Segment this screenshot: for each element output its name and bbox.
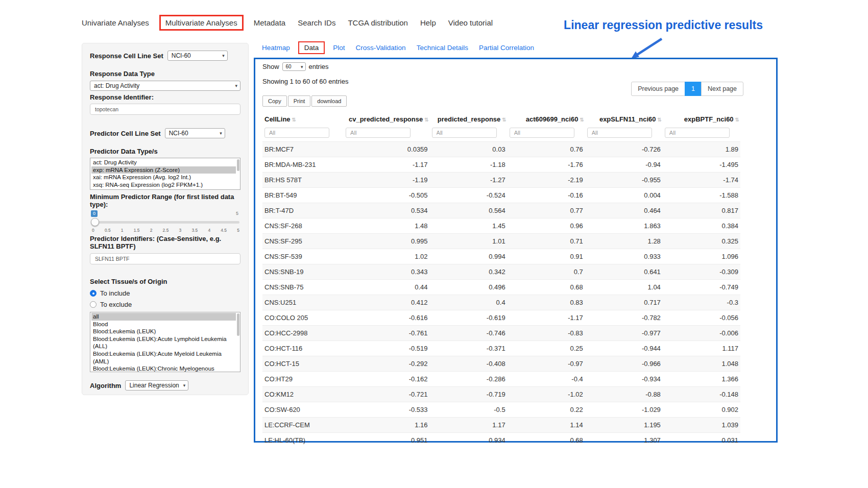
- nav-item-help[interactable]: Help: [420, 18, 436, 27]
- slider-tick-label: 0: [92, 228, 94, 233]
- table-body: BR:MCF70.03590.030.76-0.7261.89BR:MDA-MB…: [262, 142, 740, 448]
- column-header-cellline[interactable]: CellLine⇅: [262, 111, 344, 127]
- cell-value: 0.817: [663, 203, 740, 218]
- cell-value: 1.45: [430, 218, 508, 234]
- filter-input-cellline[interactable]: [264, 128, 329, 138]
- print-button[interactable]: Print: [288, 95, 311, 107]
- top-nav: Univariate AnalysesMultivariate Analyses…: [82, 18, 493, 27]
- column-header-predicted-response[interactable]: predicted_response⇅: [430, 111, 508, 127]
- cell-value: 0.76: [508, 142, 585, 157]
- filter-input-act609699-nci60[interactable]: [510, 128, 574, 138]
- entries-select[interactable]: 60 ▾: [282, 62, 306, 71]
- copy-button[interactable]: Copy: [262, 95, 287, 107]
- tab-data[interactable]: Data: [298, 41, 325, 54]
- cell-value: -0.94: [585, 157, 663, 173]
- cell-value: 1.096: [663, 249, 740, 264]
- predictor-cell-line-set-select[interactable]: NCI-60 ▾: [165, 128, 225, 138]
- cell-value: -0.056: [663, 310, 740, 326]
- tissue-option-blood-leukemia-leuk[interactable]: Blood:Leukemia (LEUK): [91, 328, 236, 335]
- predictor-data-type-list[interactable]: act: Drug Activityexp: mRNA Expression (…: [90, 158, 240, 190]
- nav-item-metadata[interactable]: Metadata: [254, 18, 286, 27]
- cell-value: -0.162: [344, 372, 429, 387]
- table-row: BR:HS 578T-1.19-1.27-2.19-0.955-1.74: [262, 173, 740, 188]
- predictor-data-type-option-exp-mrna-expression-z-score[interactable]: exp: mRNA Expression (Z-Score): [91, 166, 236, 174]
- cell-value: 0.564: [430, 203, 508, 218]
- nav-item-multivariate-analyses[interactable]: Multivariate Analyses: [159, 15, 244, 31]
- sort-icon[interactable]: ⇅: [735, 117, 738, 123]
- min-range-slider[interactable]: 0 5 00.511.522.533.544.55: [91, 212, 239, 235]
- nav-item-tcga-distribution[interactable]: TCGA distribution: [348, 18, 408, 27]
- sort-icon[interactable]: ⇅: [580, 117, 583, 123]
- algorithm-select[interactable]: Linear Regression ▾: [125, 380, 188, 391]
- column-header-cv-predicted-response[interactable]: cv_predicted_response⇅: [344, 111, 429, 127]
- predictor-data-type-option-xsq-rna-seq-expression-log2-fpkm-1[interactable]: xsq: RNA-seq Expression (log2 FPKM+1.): [91, 181, 236, 189]
- cell-value: -0.371: [430, 341, 508, 356]
- tissue-include-radio[interactable]: To include: [90, 289, 240, 297]
- filter-input-expslfn11-nci60[interactable]: [587, 128, 652, 138]
- cell-value: 0.031: [663, 433, 740, 448]
- cell-value: -0.721: [344, 387, 429, 402]
- tab-technical-details[interactable]: Technical Details: [417, 44, 468, 52]
- cell-value: -0.83: [508, 326, 585, 341]
- sort-icon[interactable]: ⇅: [292, 117, 295, 123]
- next-page-button[interactable]: Next page: [701, 82, 743, 96]
- slider-tick-label: 5: [237, 228, 239, 233]
- sort-icon[interactable]: ⇅: [657, 117, 660, 123]
- download-button[interactable]: download: [311, 95, 347, 107]
- slider-handle[interactable]: [91, 218, 99, 226]
- column-header-expbptf-nci60[interactable]: expBPTF_nci60⇅: [663, 111, 740, 127]
- response-cell-line-set-select[interactable]: NCI-60 ▾: [167, 51, 228, 61]
- response-data-type-label: Response Data Type: [90, 70, 240, 78]
- column-header-act609699-nci60[interactable]: act609699_nci60⇅: [508, 111, 585, 127]
- tab-heatmap[interactable]: Heatmap: [262, 44, 290, 52]
- slider-max-label: 5: [236, 211, 238, 216]
- tissue-option-blood-leukemia-leuk-acute-myeloid-leukem[interactable]: Blood:Leukemia (LEUK):Acute Myeloid Leuk…: [91, 350, 236, 365]
- tab-cross-validation[interactable]: Cross-Validation: [356, 44, 406, 52]
- sort-icon[interactable]: ⇅: [424, 117, 427, 123]
- cell-value: 1.89: [663, 142, 740, 157]
- response-data-type-select[interactable]: act: Drug Activity ▾: [90, 81, 240, 91]
- cell-value: 0.68: [508, 280, 585, 295]
- nav-item-video-tutorial[interactable]: Video tutorial: [448, 18, 493, 27]
- table-row: LE:HL-60(TB)0.9510.9340.681.3070.031: [262, 433, 740, 448]
- tissue-option-blood[interactable]: Blood: [91, 321, 236, 328]
- filter-input-cv-predicted-response[interactable]: [346, 128, 411, 138]
- nav-item-univariate-analyses[interactable]: Univariate Analyses: [82, 18, 149, 27]
- tissue-option-blood-leukemia-leuk-acute-lymphoid-leuke[interactable]: Blood:Leukemia (LEUK):Acute Lymphoid Leu…: [91, 335, 236, 350]
- table-row: CNS:SNB-190.3430.3420.70.641-0.309: [262, 264, 740, 280]
- filter-input-expbptf-nci60[interactable]: [665, 128, 730, 138]
- cell-value: 1.117: [663, 341, 740, 356]
- predictor-cell-line-set-value: NCI-60: [169, 130, 188, 137]
- cell-line-name: CNS:SNB-19: [262, 264, 344, 280]
- nav-item-search-ids[interactable]: Search IDs: [298, 18, 335, 27]
- response-cell-line-set-label: Response Cell Line Set: [90, 52, 163, 60]
- table-row: CNS:U2510.4120.40.830.717-0.3: [262, 295, 740, 310]
- tissue-option-blood-leukemia-leuk-chronic-myelogenous-[interactable]: Blood:Leukemia (LEUK):Chronic Myelogenou…: [91, 365, 236, 372]
- results-panel: Show 60 ▾ entries Showing 1 to 60 of 60 …: [254, 58, 778, 443]
- tab-partial-correlation[interactable]: Partial Correlation: [479, 44, 534, 52]
- current-page-button[interactable]: 1: [685, 82, 702, 96]
- tissue-list[interactable]: allBloodBlood:Leukemia (LEUK)Blood:Leuke…: [90, 312, 240, 372]
- cell-value: -0.944: [585, 341, 663, 356]
- cell-value: 0.343: [344, 264, 429, 280]
- table-row: CO:COLO 205-0.616-0.619-1.17-0.782-0.056: [262, 310, 740, 326]
- tissue-option-all[interactable]: all: [91, 313, 236, 321]
- response-identifier-input[interactable]: [90, 104, 240, 115]
- predictor-identifiers-input[interactable]: [90, 253, 240, 264]
- algorithm-value: Linear Regression: [129, 382, 179, 389]
- annotation-title: Linear regression predictive results: [544, 18, 763, 32]
- predictor-data-type-option-act-drug-activity[interactable]: act: Drug Activity: [91, 159, 236, 166]
- entries-select-value: 60: [286, 64, 292, 69]
- tissue-exclude-radio[interactable]: To exclude: [90, 301, 240, 308]
- tab-plot[interactable]: Plot: [333, 44, 345, 52]
- previous-page-button[interactable]: Previous page: [631, 82, 685, 96]
- cell-value: -0.934: [585, 372, 663, 387]
- slider-tick-label: 2: [150, 228, 153, 233]
- sort-icon[interactable]: ⇅: [502, 117, 505, 123]
- predictor-data-type-option-xai-mrna-expression-avg-log2-int[interactable]: xai: mRNA Expression (Avg. log2 Int.): [91, 174, 236, 181]
- cell-value: 0.534: [344, 203, 429, 218]
- filter-input-predicted-response[interactable]: [432, 128, 497, 138]
- table-row: BR:T-47D0.5340.5640.770.4640.817: [262, 203, 740, 218]
- column-header-expslfn11-nci60[interactable]: expSLFN11_nci60⇅: [585, 111, 663, 127]
- cell-line-name: BR:T-47D: [262, 203, 344, 218]
